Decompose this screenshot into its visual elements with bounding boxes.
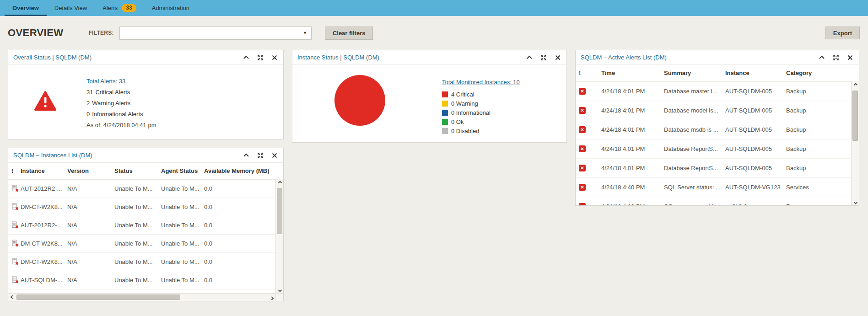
instance-cell: AUT-SQLDM-005 <box>725 101 786 120</box>
export-button[interactable]: Export <box>825 27 860 39</box>
scroll-down-arrow[interactable] <box>852 198 859 205</box>
instance-cell: AUT-SQLDM-005 <box>725 139 786 158</box>
expand-icon[interactable] <box>257 152 264 159</box>
total-monitored-instances-link[interactable]: Total Monitored Instances: 10 <box>442 79 520 86</box>
critical-alerts-line: 31Critical Alerts <box>86 87 156 98</box>
close-icon[interactable] <box>271 54 278 61</box>
dashboard: Overall Status | SQLDM (DM) Total Alerts… <box>0 50 868 301</box>
panel-title: Instance Status | SQLDM (DM) <box>297 54 379 61</box>
instance-name-cell: DM-CT-W2K8... <box>21 252 67 271</box>
tab-details-view-label: Details View <box>54 5 87 11</box>
version-cell: N/A <box>67 216 114 234</box>
collapse-icon[interactable] <box>526 54 533 61</box>
scrollbar-thumb[interactable] <box>277 188 282 234</box>
alert-row[interactable]: ✕4/24/18 4:40 PMSQL Server status: ...AU… <box>576 177 851 197</box>
instance-name-cell: AUT-2012R2-... <box>21 179 67 198</box>
instance-status-icon <box>8 234 21 252</box>
vertical-scrollbar[interactable] <box>851 81 859 205</box>
legend-item: 0 Disabled <box>442 126 520 135</box>
overall-status-text: Total Alerts: 33 31Critical Alerts 2Warn… <box>86 76 156 139</box>
alert-row[interactable]: ✕4/24/18 4:01 PMDatabase msdb is ...AUT-… <box>576 120 851 139</box>
collapse-icon[interactable] <box>818 54 825 61</box>
available-memory-cell: 0.0 <box>204 234 275 252</box>
scroll-right-arrow[interactable] <box>268 294 275 301</box>
instance-row[interactable]: DM-CT-W2K8...N/AUnable To M...Unable To … <box>8 198 275 216</box>
legend-swatch <box>442 119 448 125</box>
scroll-left-arrow[interactable] <box>8 294 16 301</box>
panel-active-alerts: SQLDM – Active Alerts List (DM) ! Time <box>575 50 859 206</box>
critical-alert-icon: ✕ <box>579 107 586 114</box>
alert-row[interactable]: ✕4/24/18 4:01 PMDatabase model is...AUT-… <box>576 101 851 120</box>
instance-row[interactable]: AUT-2012R2-...N/AUnable To M...Unable To… <box>8 179 275 198</box>
expand-icon[interactable] <box>832 54 840 61</box>
filters-dropdown[interactable]: ▼ <box>119 27 312 40</box>
expand-icon[interactable] <box>540 54 547 61</box>
panel-active-alerts-header: SQLDM – Active Alerts List (DM) <box>576 50 859 65</box>
severity-cell: ✕ <box>576 81 601 101</box>
tab-alerts-label: Alerts <box>102 5 118 11</box>
collapse-icon[interactable] <box>243 54 250 61</box>
clear-filters-button[interactable]: Clear filters <box>325 27 373 40</box>
time-cell: 4/24/18 4:01 PM <box>601 81 664 101</box>
total-alerts-link[interactable]: Total Alerts: 33 <box>86 78 125 85</box>
instance-row[interactable]: AUT-2012R2-...N/AUnable To M...Unable To… <box>8 216 275 234</box>
critical-alert-icon: ✕ <box>579 145 586 152</box>
alert-row[interactable]: ✕4/24/18 4:01 PMDatabase ReportS...AUT-S… <box>576 158 851 177</box>
vertical-scrollbar[interactable] <box>275 179 283 293</box>
summary-cell: Database ReportS... <box>664 158 725 177</box>
critical-alert-icon: ✕ <box>579 88 586 95</box>
tab-overview[interactable]: Overview <box>5 0 47 16</box>
dashboard-column-2: Instance Status | SQLDM (DM) Total Monit… <box>292 50 567 143</box>
col-instance: Instance <box>21 163 67 179</box>
scroll-down-arrow[interactable] <box>276 285 284 293</box>
instance-status-icon <box>8 198 21 216</box>
alerts-count-badge: 33 <box>122 4 136 12</box>
critical-alert-icon: ✕ <box>579 203 586 206</box>
instance-row[interactable]: DM-CT-W2K8...N/AUnable To M...Unable To … <box>8 234 275 252</box>
time-cell: 4/24/18 4:01 PM <box>601 120 664 139</box>
expand-icon[interactable] <box>257 54 264 61</box>
tab-bar: Overview Details View Alerts 33 Administ… <box>0 0 868 16</box>
instances-header-row: ! Instance Version Status Agent Status A… <box>8 163 275 179</box>
as-of-text: As of: 4/24/2018 04:41 pm <box>86 120 156 131</box>
horizontal-scrollbar[interactable] <box>8 293 275 301</box>
overall-status-body: Total Alerts: 33 31Critical Alerts 2Warn… <box>8 65 283 139</box>
dashboard-column-3: SQLDM – Active Alerts List (DM) ! Time <box>575 50 859 206</box>
col-time: Time <box>601 65 664 81</box>
alerts-table-wrap: ! Time Summary Instance Category ✕4/24/1… <box>576 65 851 206</box>
scrollbar-thumb[interactable] <box>852 91 858 141</box>
agent-status-cell: Unable To M... <box>161 234 204 252</box>
instance-status-icon <box>8 252 21 271</box>
alert-row[interactable]: ✕4/24/18 4:39 PMOS memory used i...cr-2k… <box>576 197 851 206</box>
instance-cell: AUT-SQLDM-VG123 <box>725 177 786 197</box>
alerts-header-row: ! Time Summary Instance Category <box>576 65 851 81</box>
col-available-memory: Available Memory (MB) <box>204 163 275 179</box>
instance-cell: AUT-SQLDM-005 <box>725 158 786 177</box>
scroll-up-arrow[interactable] <box>276 179 284 187</box>
close-icon[interactable] <box>554 54 561 61</box>
critical-alert-icon: ✕ <box>579 126 586 133</box>
legend-label: 4 Critical <box>451 91 474 98</box>
scroll-up-arrow[interactable] <box>852 81 859 89</box>
tab-details-view[interactable]: Details View <box>47 0 95 16</box>
alert-row[interactable]: ✕4/24/18 4:01 PMDatabase ReportS...AUT-S… <box>576 139 851 158</box>
legend-label: 0 Warning <box>451 100 478 107</box>
summary-cell: SQL Server status: ... <box>664 177 725 197</box>
instances-table: ! Instance Version Status Agent Status A… <box>8 163 275 289</box>
category-cell: Backup <box>786 81 851 101</box>
collapse-icon[interactable] <box>243 152 250 159</box>
instance-cell: cr-2k8r2 <box>725 197 786 206</box>
agent-status-cell: Unable To M... <box>161 252 204 271</box>
close-icon[interactable] <box>271 152 278 159</box>
toolbar: OVERVIEW FILTERS: ▼ Clear filters Export <box>0 16 868 50</box>
instance-row[interactable]: AUT-SQLDM-...N/AUnable To M...Unable To … <box>8 271 275 289</box>
tab-alerts[interactable]: Alerts 33 <box>95 0 144 16</box>
scrollbar-thumb[interactable] <box>16 295 180 300</box>
tab-administration[interactable]: Administration <box>144 0 197 16</box>
close-icon[interactable] <box>846 54 854 61</box>
category-cell: Backup <box>786 158 851 177</box>
instance-row[interactable]: DM-CT-W2K8...N/AUnable To M...Unable To … <box>8 252 275 271</box>
summary-cell: Database model is... <box>664 101 725 120</box>
alert-row[interactable]: ✕4/24/18 4:01 PMDatabase master i...AUT-… <box>576 81 851 101</box>
instance-status-icon <box>8 271 21 289</box>
